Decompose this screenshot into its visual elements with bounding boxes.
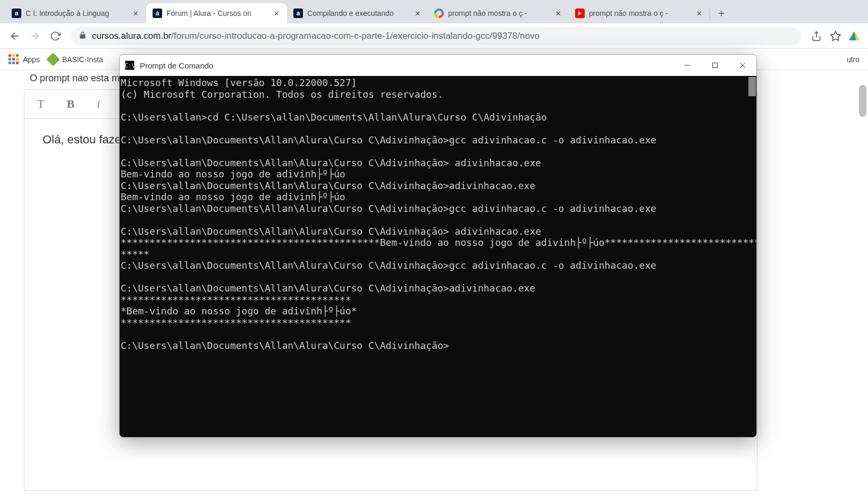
reload-icon (50, 31, 61, 41)
browser-tab[interactable]: prompt não mostra o ç - ✕ (428, 3, 569, 23)
cmd-window-title: Prompt de Comando (140, 61, 673, 70)
alura-favicon-icon: a (153, 8, 162, 18)
apps-grid-icon (9, 54, 19, 64)
other-bookmarks-label[interactable]: utro (847, 55, 859, 64)
command-prompt-window: C:\ Prompt de Comando Microsoft Windows … (119, 54, 757, 438)
youtube-favicon-icon (575, 8, 585, 18)
arrow-right-icon (29, 30, 41, 42)
tab-separator (710, 8, 710, 20)
cmd-app-icon: C:\ (125, 61, 134, 70)
browser-toolbar: cursos.alura.com.br/forum/curso-introduc… (0, 23, 868, 49)
minimize-icon (684, 62, 690, 69)
cmd-titlebar[interactable]: C:\ Prompt de Comando (120, 55, 756, 76)
forward-button[interactable] (26, 27, 45, 46)
close-tab-icon[interactable]: ✕ (272, 9, 281, 18)
tab-title: C I: Introdução à Linguag (26, 9, 127, 18)
editor-text: Olá, estou faze (43, 133, 121, 146)
minimize-button[interactable] (673, 55, 701, 76)
tab-title: prompt não mostra o ç - (589, 9, 690, 18)
url-text: cursos.alura.com.br/forum/curso-introduc… (92, 31, 794, 41)
tab-title: Fórum | Alura - Cursos on (166, 9, 268, 18)
apps-label: Apps (23, 55, 40, 64)
close-tab-icon[interactable]: ✕ (413, 9, 422, 18)
reload-button[interactable] (46, 27, 65, 46)
star-icon (830, 30, 841, 42)
share-icon (811, 31, 822, 41)
bookmark-label: BASIC-Insta (62, 55, 103, 64)
alura-favicon-icon: a (12, 8, 21, 18)
format-text-button[interactable]: T (37, 97, 44, 111)
svg-marker-1 (831, 31, 840, 40)
format-italic-button[interactable]: i (97, 97, 100, 111)
diamond-icon (46, 53, 60, 66)
maximize-icon (712, 62, 718, 69)
apps-bookmark[interactable]: Apps (9, 54, 40, 64)
close-window-button[interactable] (729, 55, 756, 76)
window-controls (673, 55, 756, 76)
close-tab-icon[interactable]: ✕ (554, 9, 562, 18)
page-scrollbar-thumb[interactable] (859, 85, 866, 117)
tab-title: prompt não mostra o ç - (448, 9, 550, 18)
cmd-scrollbar-thumb[interactable] (748, 77, 756, 96)
bookmark-star-button[interactable] (829, 29, 842, 43)
browser-tab[interactable]: a Compilando e executando ✕ (287, 3, 428, 23)
browser-tab[interactable]: prompt não mostra o ç - ✕ (569, 3, 710, 23)
arrow-left-icon (9, 30, 21, 42)
format-bold-button[interactable]: B (66, 97, 74, 111)
svg-rect-3 (713, 63, 718, 68)
cmd-terminal-output[interactable]: Microsoft Windows [versão 10.0.22000.527… (120, 76, 756, 437)
browser-tab-active[interactable]: a Fórum | Alura - Cursos on ✕ (146, 3, 287, 23)
back-button[interactable] (5, 27, 24, 46)
google-favicon-icon (434, 8, 444, 18)
lock-icon (79, 31, 87, 41)
close-tab-icon[interactable]: ✕ (131, 9, 140, 18)
close-tab-icon[interactable]: ✕ (695, 9, 703, 18)
close-icon (739, 62, 746, 69)
share-button[interactable] (810, 29, 823, 43)
tab-title: Compilando e executando (307, 9, 409, 18)
address-bar[interactable]: cursos.alura.com.br/forum/curso-introduc… (71, 27, 801, 45)
page-partial-title: O prompt nao esta m (30, 70, 120, 86)
new-tab-button[interactable]: ＋ (713, 5, 729, 21)
bookmark-basic-install[interactable]: BASIC-Insta (48, 55, 103, 64)
browser-tab-bar: a C I: Introdução à Linguag ✕ a Fórum | … (0, 0, 868, 23)
maximize-button[interactable] (701, 55, 729, 76)
browser-tab[interactable]: a C I: Introdução à Linguag ✕ (5, 3, 146, 23)
google-drive-icon[interactable] (849, 31, 859, 40)
alura-favicon-icon: a (293, 8, 303, 18)
